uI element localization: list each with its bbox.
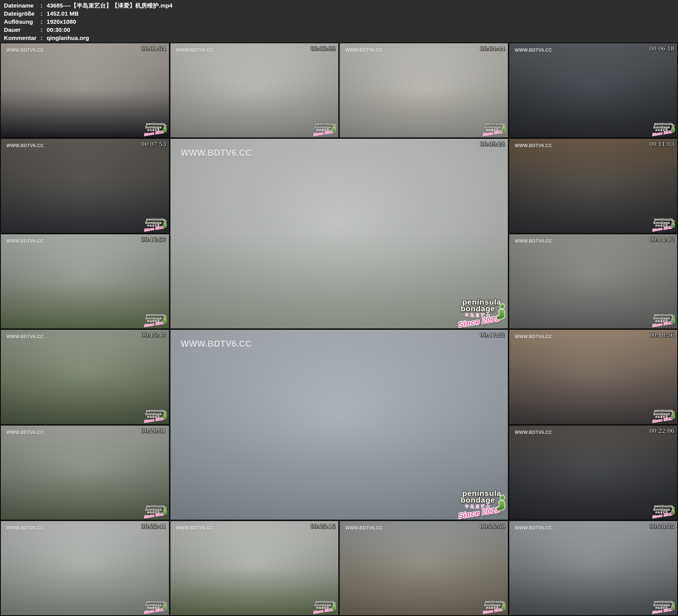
- kneeling-figure-icon: [670, 220, 676, 228]
- kneeling-figure-icon: [495, 303, 507, 320]
- studio-logo: peninsula bondage 半岛束艺台 Since 2018: [458, 490, 505, 518]
- video-thumbnail: WWW.BDTV6.CC 00:26:50 peninsula bondage …: [340, 521, 508, 615]
- resolution-value: 1920x1080: [47, 17, 76, 26]
- site-watermark-text: WWW.BDTV6.CC: [6, 430, 44, 435]
- kneeling-figure-icon: [500, 124, 506, 133]
- site-watermark-text: WWW.BDTV6.CC: [345, 48, 383, 53]
- site-watermark-text: WWW.BDTV6.CC: [515, 526, 552, 531]
- file-size-value: 1452.01 MB: [47, 9, 78, 17]
- studio-logo: peninsula bondage 半岛束艺台 Since 2018: [483, 122, 505, 136]
- file-info-label: Dateiname: [0, 1, 40, 9]
- video-thumbnail: WWW.BDTV6.CC 00:04:44 peninsula bondage …: [340, 43, 508, 138]
- video-thumbnail: WWW.BDTV6.CC 00:12:37 peninsula bondage …: [1, 234, 169, 329]
- video-thumbnail: WWW.BDTV6.CC 00:28:25 peninsula bondage …: [509, 521, 677, 615]
- frame-timestamp: 00:04:44: [480, 45, 505, 52]
- site-watermark-text: WWW.BDTV6.CC: [345, 526, 383, 531]
- file-info-colon: :: [40, 9, 47, 17]
- kneeling-figure-icon: [331, 124, 337, 133]
- site-watermark-text: WWW.BDTV6.CC: [181, 148, 252, 158]
- frame-timestamp: 00:01:34: [141, 45, 166, 52]
- kneeling-figure-icon: [331, 602, 337, 611]
- file-info-header: Dateiname : 43685----【半岛束艺台】【泽爱】机房维护.mp4…: [0, 0, 678, 42]
- frame-timestamp: 00:11:03: [649, 141, 674, 147]
- kneeling-figure-icon: [495, 495, 507, 512]
- studio-logo: peninsula bondage 半岛束艺台 Since 2018: [313, 122, 336, 136]
- contact-sheet: Dateiname : 43685----【半岛束艺台】【泽爱】机房维护.mp4…: [0, 0, 678, 616]
- frame-timestamp: 00:12:37: [141, 236, 166, 243]
- file-info-colon: :: [40, 34, 47, 42]
- kneeling-figure-icon: [500, 602, 506, 611]
- studio-logo: peninsula bondage 半岛束艺台 Since 2018: [652, 313, 675, 327]
- file-info-label: Dauer: [0, 26, 40, 34]
- comment-value: qinglanhua.org: [47, 34, 89, 42]
- studio-logo: peninsula bondage 半岛束艺台 Since 2018: [483, 600, 505, 614]
- studio-logo: peninsula bondage 半岛束艺台 Since 2018: [144, 505, 167, 518]
- site-watermark-text: WWW.BDTV6.CC: [6, 48, 44, 53]
- video-thumbnail: WWW.BDTV6.CC 00:15:47 peninsula bondage …: [1, 330, 169, 424]
- studio-logo: peninsula bondage 半岛束艺台 Since 2018: [144, 122, 167, 136]
- thumbnail-grid: WWW.BDTV6.CC 00:01:34 peninsula bondage …: [0, 42, 678, 616]
- frame-timestamp: 00:26:50: [480, 523, 505, 530]
- video-thumbnail: WWW.BDTV6.CC 00:03:09 peninsula bondage …: [171, 43, 339, 138]
- kneeling-figure-icon: [161, 411, 167, 419]
- site-watermark-text: WWW.BDTV6.CC: [515, 334, 552, 339]
- site-watermark-text: WWW.BDTV6.CC: [176, 48, 214, 53]
- frame-timestamp: 00:03:09: [310, 45, 336, 52]
- file-info-colon: :: [40, 1, 47, 9]
- site-watermark-text: WWW.BDTV6.CC: [176, 526, 214, 531]
- video-thumbnail: WWW.BDTV6.CC 00:01:34 peninsula bondage …: [1, 43, 169, 138]
- frame-timestamp: 00:18:56: [649, 332, 674, 339]
- video-thumbnail: WWW.BDTV6.CC 00:09:28 peninsula bondage …: [171, 139, 508, 329]
- kneeling-figure-icon: [670, 411, 676, 419]
- studio-logo: peninsula bondage 半岛束艺台 Since 2018: [144, 218, 167, 231]
- frame-timestamp: 00:28:25: [649, 523, 674, 530]
- studio-logo: peninsula bondage 半岛束艺台 Since 2018: [144, 409, 167, 422]
- video-thumbnail: WWW.BDTV6.CC 00:11:03 peninsula bondage …: [509, 139, 677, 233]
- site-watermark-text: WWW.BDTV6.CC: [6, 143, 44, 148]
- site-watermark-text: WWW.BDTV6.CC: [515, 430, 552, 435]
- site-watermark-text: WWW.BDTV6.CC: [181, 339, 252, 349]
- duration-value: 00:30:00: [47, 26, 70, 34]
- file-info-colon: :: [40, 17, 47, 26]
- file-info-label: Dateigröße: [0, 9, 40, 17]
- file-info-row: Dauer : 00:30:00: [0, 26, 678, 34]
- kneeling-figure-icon: [670, 315, 676, 324]
- video-thumbnail: WWW.BDTV6.CC 00:17:22 peninsula bondage …: [171, 330, 508, 519]
- frame-timestamp: 00:23:41: [141, 523, 166, 530]
- video-thumbnail: WWW.BDTV6.CC 00:14:12 peninsula bondage …: [509, 234, 677, 329]
- studio-logo: peninsula bondage 半岛束艺台 Since 2018: [458, 299, 505, 327]
- video-thumbnail: WWW.BDTV6.CC 00:22:06 peninsula bondage …: [509, 426, 677, 519]
- video-thumbnail: WWW.BDTV6.CC 00:20:31 peninsula bondage …: [1, 426, 169, 519]
- site-watermark-text: WWW.BDTV6.CC: [515, 239, 552, 244]
- file-info-row: Kommentar : qinglanhua.org: [0, 34, 678, 42]
- kneeling-figure-icon: [670, 507, 676, 515]
- studio-logo: peninsula bondage 半岛束艺台 Since 2018: [313, 600, 336, 614]
- studio-logo: peninsula bondage 半岛束艺台 Since 2018: [652, 600, 675, 614]
- studio-logo: peninsula bondage 半岛束艺台 Since 2018: [144, 313, 167, 327]
- file-info-label: Auflösung: [0, 17, 40, 26]
- frame-timestamp: 00:06:18: [649, 45, 674, 52]
- frame-timestamp: 00:22:06: [649, 427, 674, 434]
- video-thumbnail: WWW.BDTV6.CC 00:25:15 peninsula bondage …: [171, 521, 339, 615]
- studio-logo: peninsula bondage 半岛束艺台 Since 2018: [144, 600, 167, 614]
- kneeling-figure-icon: [161, 315, 167, 324]
- frame-timestamp: 00:14:12: [649, 236, 674, 243]
- frame-timestamp: 00:15:47: [141, 332, 166, 339]
- kneeling-figure-icon: [161, 507, 167, 515]
- site-watermark-text: WWW.BDTV6.CC: [6, 334, 44, 339]
- video-thumbnail: WWW.BDTV6.CC 00:23:41 peninsula bondage …: [1, 521, 169, 615]
- frame-timestamp: 00:25:15: [310, 523, 336, 530]
- kneeling-figure-icon: [161, 124, 167, 133]
- file-info-row: Dateiname : 43685----【半岛束艺台】【泽爱】机房维护.mp4: [0, 1, 678, 9]
- file-name-value: 43685----【半岛束艺台】【泽爱】机房维护.mp4: [47, 1, 173, 9]
- file-info-row: Dateigröße : 1452.01 MB: [0, 9, 678, 17]
- studio-logo: peninsula bondage 半岛束艺台 Since 2018: [652, 218, 675, 231]
- kneeling-figure-icon: [161, 602, 167, 611]
- studio-logo: peninsula bondage 半岛束艺台 Since 2018: [652, 409, 675, 422]
- video-thumbnail: WWW.BDTV6.CC 00:18:56 peninsula bondage …: [509, 330, 677, 424]
- site-watermark-text: WWW.BDTV6.CC: [515, 143, 552, 148]
- kneeling-figure-icon: [670, 602, 676, 611]
- kneeling-figure-icon: [670, 124, 676, 133]
- file-info-label: Kommentar: [0, 34, 40, 42]
- site-watermark-text: WWW.BDTV6.CC: [6, 239, 44, 244]
